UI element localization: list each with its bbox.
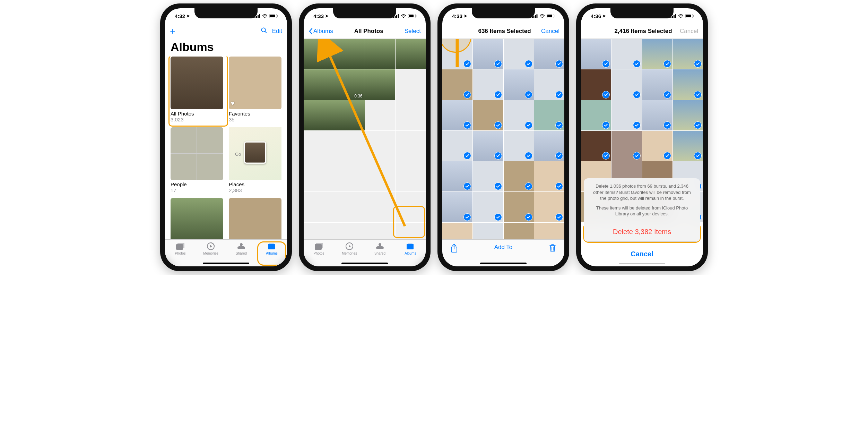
photo-thumb[interactable]: [304, 39, 334, 69]
photo-thumb[interactable]: [334, 131, 364, 161]
photo-thumb[interactable]: 0:36: [334, 69, 364, 100]
photo-thumb[interactable]: [334, 100, 364, 130]
photo-thumb[interactable]: [534, 223, 564, 240]
photo-thumb[interactable]: [473, 131, 503, 161]
delete-items-button[interactable]: Delete 3,382 Items: [584, 222, 700, 242]
photo-thumb[interactable]: [442, 192, 472, 222]
battery-icon: [408, 14, 417, 18]
photo-thumb[interactable]: [442, 223, 472, 240]
photo-thumb[interactable]: [365, 39, 395, 69]
svg-rect-24: [316, 243, 323, 248]
photo-thumb[interactable]: [442, 131, 472, 161]
nav-bar: 636 Items Selected Cancel: [442, 24, 564, 39]
cancel-button[interactable]: Cancel: [541, 28, 559, 35]
photo-thumb[interactable]: [504, 100, 534, 130]
action-sheet-backdrop: Delete 1,036 photos from 69 bursts, and …: [581, 39, 703, 266]
location-icon: ➤: [464, 14, 467, 18]
home-indicator[interactable]: [480, 263, 527, 264]
photos-icon: [314, 242, 324, 251]
album-people[interactable]: People 17: [171, 127, 223, 193]
photo-thumb[interactable]: [334, 192, 364, 222]
photo-thumb[interactable]: [534, 39, 564, 69]
search-button[interactable]: [261, 27, 267, 35]
photo-thumb[interactable]: [365, 69, 395, 100]
album-item[interactable]: [171, 198, 223, 239]
album-all-photos[interactable]: All Photos 3,023: [171, 57, 223, 122]
nav-title: 2,416 Items Selected: [607, 28, 680, 35]
svg-rect-39: [672, 16, 673, 18]
photo-thumb[interactable]: [534, 192, 564, 222]
photo-thumb[interactable]: [504, 69, 534, 100]
edit-button[interactable]: Edit: [272, 28, 282, 35]
album-places[interactable]: Go Places 2,383: [229, 127, 281, 193]
photo-thumb[interactable]: [504, 131, 534, 161]
photo-thumb[interactable]: [365, 192, 395, 222]
nav-bar: + Edit: [165, 24, 287, 39]
photo-thumb[interactable]: [334, 39, 364, 69]
photo-thumb[interactable]: [365, 161, 395, 191]
share-button[interactable]: [451, 244, 458, 254]
photo-thumb[interactable]: [504, 39, 534, 69]
add-album-button[interactable]: +: [170, 26, 175, 36]
select-button[interactable]: Select: [405, 28, 421, 35]
photo-thumb[interactable]: [473, 223, 503, 240]
location-icon: ➤: [602, 14, 606, 18]
photo-thumb[interactable]: [396, 100, 426, 130]
add-to-button[interactable]: Add To: [494, 244, 513, 251]
photo-thumb[interactable]: [473, 39, 503, 69]
photo-thumb[interactable]: [534, 161, 564, 191]
home-indicator[interactable]: [341, 263, 388, 264]
photo-thumb[interactable]: [442, 39, 472, 69]
delete-button[interactable]: [549, 244, 556, 254]
photo-thumb[interactable]: [534, 131, 564, 161]
selected-check-icon: [494, 152, 502, 160]
photo-thumb[interactable]: [334, 223, 364, 240]
photo-thumb[interactable]: [365, 100, 395, 130]
photo-thumb[interactable]: [504, 161, 534, 191]
home-indicator[interactable]: [203, 263, 249, 264]
back-button[interactable]: Albums: [309, 28, 333, 35]
album-label: Favorites: [229, 111, 281, 117]
album-item[interactable]: [229, 198, 281, 239]
albums-icon: [267, 242, 277, 251]
photo-thumb[interactable]: [473, 161, 503, 191]
shared-icon: [375, 242, 385, 251]
photo-thumb[interactable]: [365, 223, 395, 240]
photo-thumb[interactable]: [473, 192, 503, 222]
photo-thumb[interactable]: [396, 161, 426, 191]
photo-thumb[interactable]: [504, 192, 534, 222]
photo-thumb[interactable]: [504, 223, 534, 240]
tab-label: Memories: [203, 251, 218, 255]
tab-photos[interactable]: Photos: [304, 240, 334, 266]
photo-thumb[interactable]: [334, 161, 364, 191]
photo-thumb[interactable]: [442, 100, 472, 130]
photo-thumb[interactable]: [304, 100, 334, 130]
map-label: Go: [235, 152, 241, 157]
photo-thumb[interactable]: [396, 39, 426, 69]
photo-thumb[interactable]: [304, 192, 334, 222]
photo-thumb[interactable]: [396, 223, 426, 240]
photo-thumb[interactable]: [304, 69, 334, 100]
photo-thumb[interactable]: [396, 131, 426, 161]
photo-thumb[interactable]: [365, 131, 395, 161]
album-favorites[interactable]: ♥ Favorites 35: [229, 57, 281, 122]
selected-check-icon: [463, 121, 471, 129]
photo-thumb[interactable]: [442, 161, 472, 191]
photo-thumb[interactable]: [304, 161, 334, 191]
battery-icon: [547, 14, 555, 18]
sheet-cancel-button[interactable]: Cancel: [584, 245, 700, 264]
photo-thumb[interactable]: [304, 223, 334, 240]
photo-thumb[interactable]: [396, 69, 426, 100]
photo-thumb[interactable]: [396, 192, 426, 222]
tab-photos[interactable]: Photos: [165, 240, 196, 266]
photo-thumb[interactable]: [473, 100, 503, 130]
photo-thumb[interactable]: [304, 131, 334, 161]
status-time: 4:33: [452, 13, 462, 19]
svg-rect-21: [416, 15, 416, 17]
tab-albums[interactable]: Albums: [257, 240, 287, 266]
photo-thumb[interactable]: [473, 69, 503, 100]
photo-thumb[interactable]: [534, 69, 564, 100]
photo-thumb[interactable]: [534, 100, 564, 130]
photo-thumb[interactable]: [442, 69, 472, 100]
tab-albums[interactable]: Albums: [395, 240, 426, 266]
